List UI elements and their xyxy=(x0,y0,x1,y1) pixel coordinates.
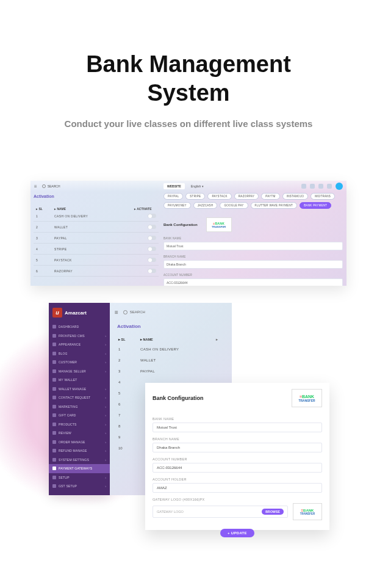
table-row: 5PAYSTACK xyxy=(34,255,159,266)
gateway-pill[interactable]: PAYSTACK xyxy=(207,193,231,200)
gateway-pill[interactable]: JAZZCASH xyxy=(193,202,218,209)
bank-transfer-logo-preview: ≡BANK TRANSFER xyxy=(293,503,322,520)
sidebar-item[interactable]: REVIEW› xyxy=(49,429,110,438)
bank-config-title: Bank Configuration xyxy=(153,395,204,401)
sidebar: u Amazcart DASHBOARDFRONTEND CMS›APPEARA… xyxy=(49,303,110,495)
menu-item-icon xyxy=(52,405,56,408)
menu-item-icon xyxy=(52,413,56,417)
menu-icon[interactable]: ≡ xyxy=(34,184,37,189)
sidebar-item[interactable]: CUSTOMER› xyxy=(49,358,110,367)
toggle-switch[interactable] xyxy=(148,247,156,251)
gateway-pills: PAYPALSTRIPEPAYSTACKRAZORPAYPAYTMINSTAMO… xyxy=(163,193,343,209)
gateway-pill[interactable]: STRIPE xyxy=(185,193,205,200)
gateway-pill[interactable]: INSTAMOJO xyxy=(282,193,309,200)
gateway-pill[interactable]: GOOGLE PAY xyxy=(220,202,248,209)
menu-item-icon xyxy=(52,387,56,391)
sidebar-item[interactable]: ORDER MANAGE› xyxy=(49,438,110,447)
table-row: 1CASH ON DELIVERY xyxy=(110,344,232,355)
chevron-right-icon: › xyxy=(105,431,106,435)
menu-item-icon xyxy=(52,360,56,364)
chevron-right-icon: › xyxy=(105,423,106,426)
sidebar-item[interactable]: SETUP› xyxy=(49,473,110,482)
field-label: GATEWAY LOGO (400X166)PX xyxy=(153,498,322,501)
search-input[interactable]: SEARCH xyxy=(123,310,145,314)
search-icon xyxy=(123,310,127,314)
chevron-right-icon: › xyxy=(105,405,106,408)
menu-item-icon xyxy=(52,334,56,338)
sidebar-item[interactable]: BLOG› xyxy=(49,349,110,358)
menu-item-icon xyxy=(52,378,56,382)
toggle-switch[interactable] xyxy=(148,214,156,218)
sidebar-item[interactable]: CONTACT REQUEST› xyxy=(49,393,110,402)
sidebar-item[interactable]: SYSTEM SETTINGS› xyxy=(49,456,110,465)
text-input[interactable]: AMAZ xyxy=(153,483,322,493)
toggle-switch[interactable] xyxy=(148,258,156,262)
bank-transfer-logo: ≡BANK TRANSFER xyxy=(292,389,322,407)
toggle-switch[interactable] xyxy=(148,236,156,240)
field-label: ACCOUNT HOLDER xyxy=(153,477,322,481)
menu-icon[interactable]: ≡ xyxy=(115,309,118,316)
update-button[interactable]: + UPDATE xyxy=(220,529,254,537)
table-row: 6RAZORPAY xyxy=(34,266,159,277)
sidebar-item[interactable]: PRODUCTS› xyxy=(49,420,110,429)
menu-item-icon xyxy=(52,476,56,479)
chevron-right-icon: › xyxy=(105,352,106,355)
table-header: ▸ SL ▸ NAME ▸ ACTIVATE xyxy=(34,207,159,211)
sidebar-item[interactable]: WALLET MANAGE› xyxy=(49,385,110,394)
search-icon xyxy=(42,184,46,188)
menu-item-icon xyxy=(52,449,56,452)
sidebar-item[interactable]: DASHBOARD xyxy=(49,322,110,332)
sidebar-item[interactable]: FRONTEND CMS› xyxy=(49,332,110,341)
language-select[interactable]: English ▾ xyxy=(187,183,207,189)
text-input[interactable]: Dhaka Branch xyxy=(163,260,343,269)
table-row: 3PAYPAL xyxy=(110,366,232,377)
table-row: 2WALLET xyxy=(110,355,232,366)
gateway-pill[interactable]: RAZORPAY xyxy=(234,193,259,200)
search-input[interactable]: SEARCH xyxy=(42,184,60,188)
text-input[interactable]: Mutual Trust xyxy=(153,423,322,432)
activation-title: Activation xyxy=(34,194,159,198)
field-label: BRANCH NAME xyxy=(163,255,343,258)
table-row: 3PAYPAL xyxy=(34,233,159,244)
table-row: 4STRIPE xyxy=(34,244,159,255)
brand-logo[interactable]: u Amazcart xyxy=(49,303,110,322)
chevron-right-icon: › xyxy=(105,484,106,488)
menu-item-icon xyxy=(52,466,56,470)
tab-website[interactable]: WEBSITE xyxy=(163,183,185,189)
gateway-pill[interactable]: MIDTRANS xyxy=(311,193,335,200)
text-input[interactable]: ACC-03126644 xyxy=(163,278,343,286)
sidebar-item[interactable]: APPEARANCE› xyxy=(49,340,110,349)
chevron-right-icon: › xyxy=(105,476,106,479)
sidebar-item[interactable]: MY WALLET xyxy=(49,376,110,385)
table-row: 2WALLET xyxy=(34,222,159,233)
toggle-switch[interactable] xyxy=(148,269,156,273)
page-subtitle: Conduct your live classes on different l… xyxy=(0,118,377,129)
gateway-pill[interactable]: PAYPAL xyxy=(163,193,183,200)
table-row: 1CASH ON DELIVERY xyxy=(34,211,159,222)
field-label: BRANCH NAME xyxy=(153,437,322,441)
field-label: ACCOUNT NUMBER xyxy=(153,457,322,461)
logo-upload-input[interactable]: GATEWAY LOGO BROWSE xyxy=(153,506,288,518)
sidebar-item[interactable]: PAYMENT GATEWAYS xyxy=(49,464,110,473)
chevron-right-icon: › xyxy=(105,343,106,346)
menu-item-icon xyxy=(52,431,56,435)
gateway-pill[interactable]: FLUTTER WAVE PAYMENT xyxy=(251,202,298,209)
menu-item-icon xyxy=(52,352,56,355)
toggle-switch[interactable] xyxy=(148,225,156,229)
chevron-right-icon: › xyxy=(105,360,106,364)
screenshot-bank-config-wide: ≡ SEARCH Activation ▸ SL ▸ NAME ▸ ACTIVA… xyxy=(31,181,346,286)
text-input[interactable]: Dhaka Branch xyxy=(153,443,322,452)
sidebar-item[interactable]: MARKETING› xyxy=(49,402,110,412)
gateway-pill[interactable]: BANK PAYMENT xyxy=(300,202,331,209)
gateway-pill[interactable]: PAYUMONEY xyxy=(163,202,191,209)
text-input[interactable]: ACC-03126644 xyxy=(153,463,322,473)
bank-transfer-logo: ≡BANK TRANSFER xyxy=(206,217,232,232)
sidebar-item[interactable]: GIFT CARD› xyxy=(49,411,110,420)
sidebar-item[interactable]: MANAGE SELLER› xyxy=(49,367,110,376)
menu-item-icon xyxy=(52,440,56,444)
gateway-pill[interactable]: PAYTM xyxy=(261,193,279,200)
sidebar-item[interactable]: GST SETUP› xyxy=(49,482,110,491)
browse-button[interactable]: BROWSE xyxy=(262,509,284,515)
text-input[interactable]: Mutual Trust xyxy=(163,242,343,250)
sidebar-item[interactable]: REFUND MANAGE› xyxy=(49,446,110,456)
